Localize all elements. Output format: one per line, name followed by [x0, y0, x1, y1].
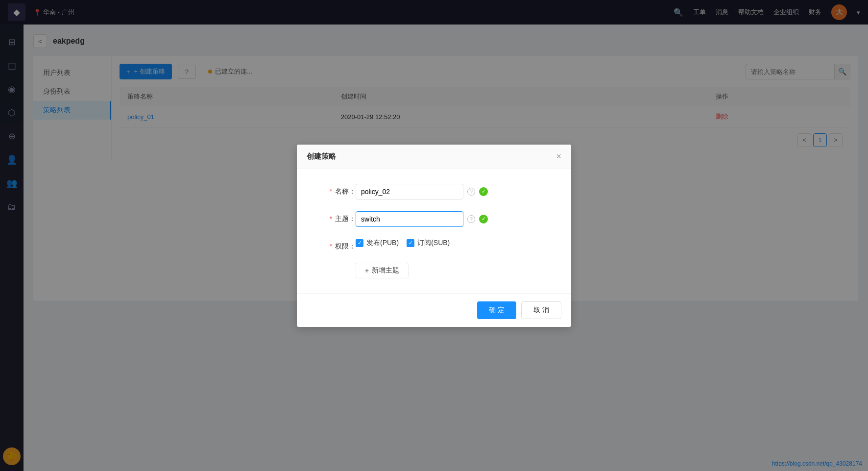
- modal-title: 创建策略: [307, 152, 336, 161]
- add-topic-section: + 新增主题: [356, 263, 552, 278]
- plus-icon: +: [365, 267, 369, 274]
- cancel-button[interactable]: 取 消: [521, 301, 561, 319]
- modal-body: * 名称： ? ✓ * 主题： ? ✓: [297, 169, 571, 293]
- checkbox-pub[interactable]: ✓ 发布(PUB): [356, 239, 399, 248]
- form-row-topic: * 主题： ? ✓: [316, 211, 552, 227]
- checkbox-pub-icon: ✓: [356, 239, 363, 247]
- add-topic-button[interactable]: + 新增主题: [356, 263, 409, 278]
- add-topic-label: 新增主题: [372, 266, 399, 275]
- topic-input[interactable]: [356, 211, 463, 227]
- name-valid-icon: ✓: [479, 187, 488, 196]
- checkbox-sub[interactable]: ✓ 订阅(SUB): [407, 239, 450, 248]
- name-input[interactable]: [356, 184, 463, 199]
- name-label: * 名称：: [316, 184, 356, 196]
- topic-help-icon[interactable]: ?: [467, 215, 475, 223]
- permissions-control-wrap: ✓ 发布(PUB) ✓ 订阅(SUB): [356, 239, 552, 248]
- form-row-permissions: * 权限： ✓ 发布(PUB) ✓ 订阅(SUB): [316, 239, 552, 251]
- topic-valid-icon: ✓: [479, 215, 488, 223]
- checkbox-sub-icon: ✓: [407, 239, 414, 247]
- permissions-checkbox-group: ✓ 发布(PUB) ✓ 订阅(SUB): [356, 239, 450, 248]
- name-control-wrap: ? ✓: [356, 184, 552, 199]
- checkbox-sub-label: 订阅(SUB): [417, 239, 450, 248]
- topic-label: * 主题：: [316, 211, 356, 223]
- confirm-button[interactable]: 确 定: [477, 301, 516, 319]
- modal-overlay: 创建策略 × * 名称： ? ✓ * 主题：: [0, 0, 868, 471]
- topic-control-wrap: ? ✓: [356, 211, 552, 227]
- modal-header: 创建策略 ×: [297, 145, 571, 169]
- permissions-label: * 权限：: [316, 239, 356, 251]
- modal-create-policy: 创建策略 × * 名称： ? ✓ * 主题：: [297, 145, 571, 327]
- modal-footer: 确 定 取 消: [297, 293, 571, 327]
- modal-close-button[interactable]: ×: [556, 151, 561, 162]
- checkbox-pub-label: 发布(PUB): [366, 239, 399, 248]
- form-row-name: * 名称： ? ✓: [316, 184, 552, 199]
- name-help-icon[interactable]: ?: [467, 188, 475, 196]
